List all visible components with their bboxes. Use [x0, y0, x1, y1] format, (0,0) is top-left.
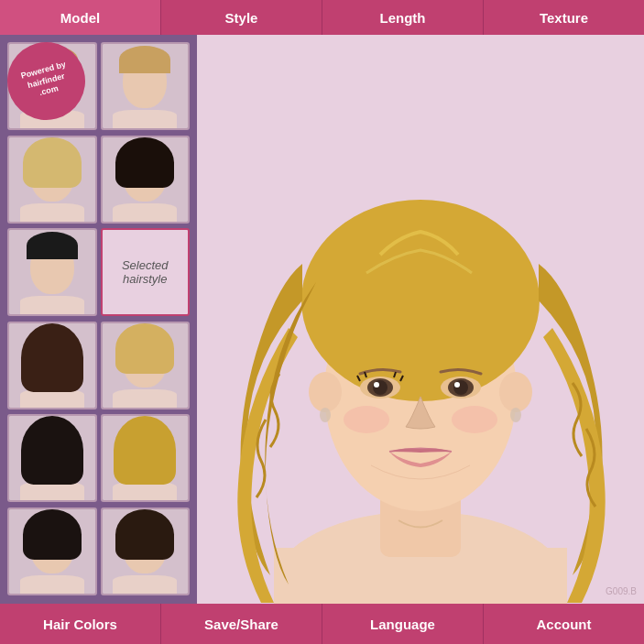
hairstyle-thumb-5[interactable]: [7, 228, 97, 316]
hairstyle-thumb-3[interactable]: [7, 136, 97, 224]
top-navigation: Model Style Length Texture: [0, 0, 644, 35]
bottom-tab-hair-colors[interactable]: Hair Colors: [0, 604, 161, 644]
svg-point-17: [454, 382, 460, 387]
selected-hairstyle-text: Selected hairstyle: [103, 254, 189, 290]
svg-point-19: [452, 406, 497, 433]
bottom-tab-save-share[interactable]: Save/Share: [161, 604, 322, 644]
preview-area: ▲ ◀ Reset ▶ ▼ − +: [197, 35, 644, 604]
svg-point-8: [510, 408, 521, 422]
tab-texture[interactable]: Texture: [484, 0, 644, 35]
thumbnail-grid: Selected hairstyle: [4, 38, 193, 600]
bottom-tab-language[interactable]: Language: [322, 604, 484, 644]
main-area: Powered byhairfinder.com: [0, 35, 644, 604]
hairstyle-thumb-2[interactable]: [101, 42, 191, 130]
sidebar: Powered byhairfinder.com: [0, 35, 197, 604]
hairstyle-thumb-8[interactable]: [101, 322, 191, 409]
tab-style[interactable]: Style: [161, 0, 322, 35]
svg-point-6: [499, 372, 532, 412]
selected-hairstyle-label: Selected hairstyle: [101, 228, 191, 316]
bottom-tab-account[interactable]: Account: [484, 604, 644, 644]
model-display: [197, 35, 644, 604]
model-svg: [197, 35, 644, 604]
svg-point-18: [344, 406, 389, 433]
hairstyle-thumb-4[interactable]: [101, 136, 191, 224]
svg-point-16: [453, 380, 468, 395]
tab-length[interactable]: Length: [322, 0, 484, 35]
svg-point-5: [309, 372, 342, 412]
watermark: G009.B: [606, 586, 637, 596]
hairstyle-thumb-11[interactable]: [7, 508, 97, 595]
svg-point-7: [320, 408, 331, 422]
powered-by-text: Powered byhairfinder.com: [20, 60, 73, 103]
bottom-navigation: Hair Colors Save/Share Language Account: [0, 604, 644, 644]
hairstyle-thumb-12[interactable]: [101, 508, 191, 595]
hairstyle-thumb-7[interactable]: [7, 322, 97, 409]
tab-model[interactable]: Model: [0, 0, 161, 35]
svg-point-12: [373, 380, 387, 395]
hairstyle-thumb-10[interactable]: [101, 414, 191, 502]
svg-point-13: [374, 382, 379, 387]
hairstyle-thumb-9[interactable]: [7, 414, 97, 502]
